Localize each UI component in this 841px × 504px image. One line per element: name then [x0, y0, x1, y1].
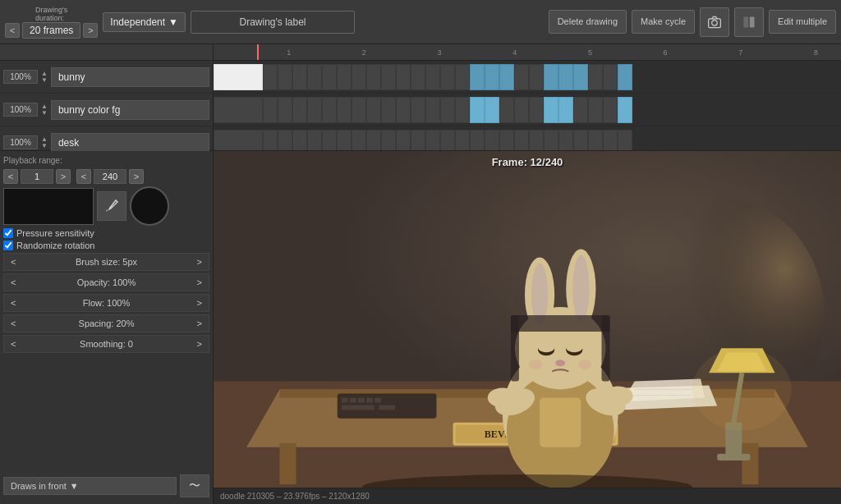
cell[interactable] — [499, 130, 514, 151]
cell[interactable] — [514, 130, 529, 151]
cell[interactable] — [337, 97, 352, 123]
cell[interactable] — [381, 64, 396, 90]
smoothing-inc[interactable]: > — [197, 339, 202, 349]
cell[interactable] — [396, 97, 411, 123]
smoothing-dec[interactable]: < — [11, 339, 16, 349]
cell[interactable] — [544, 97, 558, 123]
playback-end-dec[interactable]: < — [76, 169, 91, 184]
camera-icon-btn[interactable] — [700, 7, 729, 37]
cell[interactable] — [514, 97, 529, 123]
cell[interactable] — [214, 64, 263, 90]
independent-dropdown[interactable]: Independent ▼ — [103, 12, 186, 32]
playback-start-input[interactable] — [21, 169, 53, 184]
cell[interactable] — [322, 97, 337, 123]
duration-increase-btn[interactable]: > — [83, 23, 98, 38]
cell[interactable] — [292, 130, 307, 151]
cell[interactable] — [603, 64, 618, 90]
cell[interactable] — [307, 130, 322, 151]
cell[interactable] — [470, 97, 485, 123]
cell[interactable] — [485, 97, 499, 123]
cell[interactable] — [485, 130, 499, 151]
cell[interactable] — [381, 97, 396, 123]
opacity-row[interactable]: < Opacity: 100% > — [3, 273, 209, 291]
cell[interactable] — [307, 97, 322, 123]
spacing-inc[interactable]: > — [197, 318, 202, 328]
cell[interactable] — [618, 130, 632, 151]
cell[interactable] — [455, 97, 470, 123]
flow-dec[interactable]: < — [11, 298, 16, 308]
cell[interactable] — [529, 97, 544, 123]
playhead[interactable] — [257, 44, 259, 60]
cell[interactable] — [588, 130, 603, 151]
cell[interactable] — [214, 130, 263, 151]
cell[interactable] — [292, 97, 307, 123]
playback-start-dec[interactable]: < — [3, 169, 18, 184]
brush-size-row[interactable]: < Brush size: 5px > — [3, 253, 209, 271]
onion-skin-icon-btn[interactable] — [734, 7, 764, 37]
playback-start-inc[interactable]: > — [56, 169, 71, 184]
layer-down-arrow-3[interactable]: ▼ — [41, 143, 48, 149]
cell[interactable] — [603, 97, 618, 123]
draws-in-front-btn[interactable]: Draws in front ▼ — [3, 477, 177, 495]
cell[interactable] — [455, 130, 470, 151]
cell[interactable] — [425, 64, 440, 90]
cell[interactable] — [411, 130, 425, 151]
brush-size-dec[interactable]: < — [11, 257, 16, 267]
cell[interactable] — [411, 64, 425, 90]
cell[interactable] — [470, 130, 485, 151]
cell[interactable] — [278, 97, 292, 123]
cell[interactable] — [307, 64, 322, 90]
cell[interactable] — [485, 64, 499, 90]
flow-inc[interactable]: > — [197, 298, 202, 308]
pressure-sensitivity-checkbox[interactable] — [3, 228, 13, 238]
cell[interactable] — [381, 130, 396, 151]
cell[interactable] — [337, 130, 352, 151]
duration-decrease-btn[interactable]: < — [5, 23, 20, 38]
edit-multiple-btn[interactable]: Edit multiple — [769, 10, 836, 33]
opacity-dec[interactable]: < — [11, 277, 16, 287]
layer-down-arrow[interactable]: ▼ — [41, 77, 48, 84]
cell[interactable] — [573, 130, 588, 151]
layer-arrows-bunny[interactable]: ▲ ▼ — [41, 71, 48, 84]
cell[interactable] — [470, 64, 485, 90]
cell[interactable] — [603, 130, 618, 151]
cell[interactable] — [558, 97, 573, 123]
eyedropper-btn[interactable] — [97, 191, 126, 221]
flow-row[interactable]: < Flow: 100% > — [3, 294, 209, 312]
art-container[interactable]: BEVERLY BUNNY, P.I. — [214, 151, 841, 488]
cell[interactable] — [588, 64, 603, 90]
cell[interactable] — [499, 97, 514, 123]
cell[interactable] — [618, 97, 632, 123]
cell[interactable] — [352, 97, 366, 123]
cell[interactable] — [588, 97, 603, 123]
smoothing-row[interactable]: < Smoothing: 0 > — [3, 335, 209, 353]
cell[interactable] — [529, 64, 544, 90]
cell[interactable] — [573, 64, 588, 90]
cell[interactable] — [455, 64, 470, 90]
spacing-dec[interactable]: < — [11, 318, 16, 328]
make-cycle-btn[interactable]: Make cycle — [632, 10, 695, 33]
layer-arrows-bunny-color[interactable]: ▲ ▼ — [41, 103, 48, 117]
cell[interactable] — [411, 97, 425, 123]
wave-btn[interactable]: 〜 — [180, 474, 209, 497]
cell[interactable] — [396, 64, 411, 90]
randomize-rotation-checkbox[interactable] — [3, 241, 13, 250]
cell[interactable] — [618, 64, 632, 90]
playback-end-inc[interactable]: > — [129, 169, 144, 184]
cell[interactable] — [337, 64, 352, 90]
cell[interactable] — [544, 64, 558, 90]
cell[interactable] — [322, 64, 337, 90]
cell[interactable] — [440, 64, 455, 90]
cell[interactable] — [440, 130, 455, 151]
cell[interactable] — [425, 97, 440, 123]
cell[interactable] — [352, 64, 366, 90]
brush-size-inc[interactable]: > — [197, 257, 202, 267]
cell[interactable] — [263, 97, 278, 123]
layer-down-arrow-2[interactable]: ▼ — [41, 110, 48, 117]
cell[interactable] — [322, 130, 337, 151]
cell[interactable] — [425, 130, 440, 151]
cell[interactable] — [440, 97, 455, 123]
cell[interactable] — [514, 64, 529, 90]
cell[interactable] — [278, 64, 292, 90]
layer-arrows-desk[interactable]: ▲ ▼ — [41, 136, 48, 149]
